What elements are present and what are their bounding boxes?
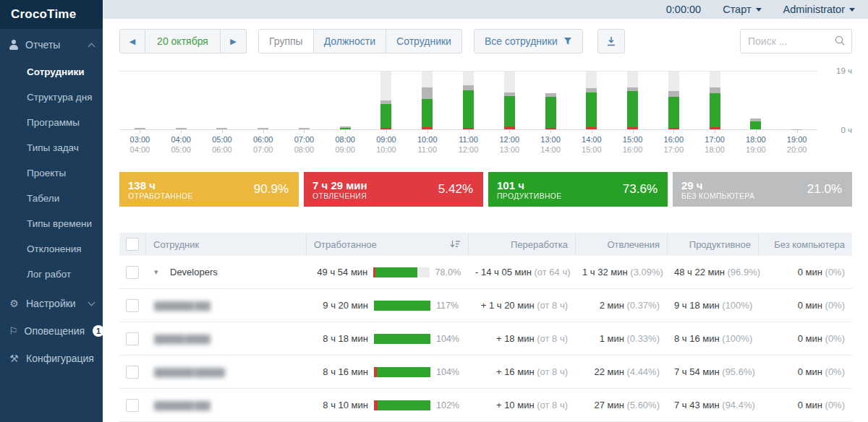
sidebar-item[interactable]: Отклонения [0, 236, 103, 262]
x-axis-label: 19:0020:00 [776, 132, 817, 155]
sidebar-item[interactable]: Проекты [0, 160, 103, 186]
table-row[interactable]: ██████ █████8 ч 18 мин104%+ 18 мин (от 8… [119, 322, 852, 356]
row-checkbox[interactable] [126, 266, 139, 279]
chart-bar-slot[interactable] [407, 72, 448, 129]
sidebar-item[interactable]: Типы задач [0, 135, 103, 160]
header-productive[interactable]: Продуктивное [667, 233, 758, 256]
table-row[interactable]: ▾Developers49 ч 54 мин78.0%- 14 ч 05 мин… [119, 256, 852, 289]
summary-card[interactable]: 138 чОТРАБОТАННОЕ90.9% [119, 172, 299, 207]
chart-bar-slot[interactable] [366, 72, 407, 129]
current-date-button[interactable]: 20 октября [145, 29, 221, 53]
sidebar-item[interactable]: Табели [0, 186, 103, 211]
row-checkbox[interactable] [126, 399, 139, 412]
chart-bar-slot[interactable] [571, 72, 612, 129]
employee-name[interactable]: ████████ ██████ [154, 368, 224, 376]
chart-bar-slot[interactable] [735, 119, 776, 129]
chart-bar-slot[interactable] [694, 72, 736, 129]
productive-segment [374, 334, 430, 344]
bar-segment [422, 99, 433, 127]
sidebar-item[interactable]: ⚐Оповещения1 [0, 317, 103, 345]
view-tabs: ГруппыДолжностиСотрудники [258, 29, 462, 53]
chart-bar-slot[interactable] [202, 128, 243, 129]
sidebar-item[interactable]: Лог работ [0, 262, 103, 287]
summary-card[interactable]: 7 ч 29 минОТВЛЕЧЕНИЯ5.42% [304, 172, 483, 207]
row-checkbox[interactable] [126, 332, 139, 345]
expand-caret-icon[interactable]: ▾ [154, 267, 161, 277]
overtime-cell: + 1 ч 20 мин (от 8 ч) [468, 300, 575, 311]
distracted-cell: 22 мин (4.44%) [575, 366, 667, 377]
bar-segment [258, 128, 268, 129]
employee-name[interactable]: ████████ ███ [154, 301, 210, 310]
header-overtime[interactable]: Переработка [468, 233, 575, 256]
bar-segment [750, 121, 761, 129]
chart-bar-slot[interactable] [242, 128, 284, 129]
bar-segment [504, 72, 515, 92]
bar-segment [668, 97, 679, 129]
header-distracted[interactable]: Отвлечения [575, 233, 667, 256]
chart-bar-slot[interactable] [161, 128, 202, 129]
bar-segment [668, 72, 679, 91]
sidebar-item[interactable]: ⚒Конфигурация [0, 345, 103, 372]
productive-cell: 7 ч 43 мин (94.4%) [667, 400, 758, 410]
chart-bar-slot[interactable] [530, 93, 571, 129]
search-icon[interactable] [834, 35, 846, 47]
row-checkbox[interactable] [126, 366, 139, 379]
employee-name[interactable]: ████████ ███ [154, 401, 210, 410]
summary-card[interactable]: 101 чПРОДУКТИВНОЕ73.6% [488, 172, 668, 207]
table-row[interactable]: ████████ ███9 ч 20 мин117%+ 1 ч 20 мин (… [119, 289, 852, 322]
sidebar-item[interactable]: ⚙Настройки [0, 290, 103, 317]
table-row[interactable]: ████████ ███8 ч 10 мин102%+ 10 мин (от 8… [119, 389, 852, 422]
card-value: 7 ч 29 мин [312, 179, 367, 191]
sidebar-bottom-items: ⚙Настройки⚐Оповещения1⚒Конфигурация [0, 290, 103, 372]
productive-cell: 7 ч 54 мин (95.6%) [667, 366, 758, 377]
sidebar-item[interactable]: Типы времени [0, 211, 103, 236]
start-dropdown[interactable]: Старт [723, 4, 761, 15]
flag-icon: ⚐ [9, 325, 18, 337]
chart-bar-slot[interactable] [612, 72, 653, 129]
download-button[interactable] [597, 29, 625, 53]
worked-progress-bar [374, 301, 430, 311]
chart-bar-slot[interactable] [653, 72, 694, 129]
productive-cell: 9 ч 18 мин (100%) [667, 300, 758, 311]
worked-time: 9 ч 20 мин [313, 300, 368, 311]
card-percent: 90.9% [254, 182, 289, 197]
view-tab[interactable]: Сотрудники [386, 29, 462, 53]
stacked-bar [216, 128, 227, 129]
stacked-bar [750, 119, 761, 129]
summary-card[interactable]: 29 чБЕЗ КОМПЬЮТЕРА21.0% [673, 172, 852, 207]
person-icon [9, 40, 19, 50]
x-axis-label: 16:0017:00 [653, 132, 694, 155]
chart-bar-slot[interactable] [325, 126, 366, 129]
header-worked[interactable]: Отработанное [306, 233, 468, 256]
chart-bar-slot[interactable] [284, 128, 325, 129]
card-value: 101 ч [497, 179, 562, 191]
sidebar-item[interactable]: Структура дня [0, 85, 103, 110]
next-day-button[interactable]: ▶ [221, 29, 247, 53]
sidebar-item[interactable]: Программы [0, 110, 103, 135]
header-employee[interactable]: Сотрудник [145, 233, 306, 256]
row-checkbox[interactable] [126, 299, 139, 312]
user-menu[interactable]: Administrator [783, 4, 855, 15]
distracted-cell: 2 мин (0.37%) [575, 300, 667, 311]
select-all-checkbox[interactable] [126, 238, 139, 251]
view-tab[interactable]: Группы [258, 29, 314, 53]
worked-percent: 104% [436, 367, 459, 377]
bar-segment [627, 127, 638, 129]
table-row[interactable]: ████████ ██████8 ч 16 мин104%+ 16 мин (о… [119, 356, 852, 389]
sidebar-section-label: Отчеты [25, 39, 60, 51]
employee-filter-button[interactable]: Все сотрудники [474, 29, 583, 53]
header-checkbox-cell [119, 233, 145, 256]
app-window: CrocoTime Отчеты СотрудникиСтруктура дня… [0, 0, 868, 422]
table-body: ▾Developers49 ч 54 мин78.0%- 14 ч 05 мин… [119, 256, 852, 422]
chart-bar-slot[interactable] [119, 128, 161, 129]
employee-name[interactable]: Developers [170, 267, 218, 277]
chart-bar-slot[interactable] [489, 72, 530, 129]
header-offline[interactable]: Без компьютера [758, 233, 852, 256]
sidebar-item[interactable]: Сотрудники [0, 59, 103, 85]
employee-name[interactable]: ██████ █████ [154, 335, 210, 343]
view-tab[interactable]: Должности [314, 29, 386, 53]
prev-day-button[interactable]: ◀ [119, 29, 145, 53]
sidebar-section-reports[interactable]: Отчеты [0, 29, 103, 59]
worked-progress-bar [374, 400, 430, 410]
chart-bar-slot[interactable] [448, 72, 489, 129]
